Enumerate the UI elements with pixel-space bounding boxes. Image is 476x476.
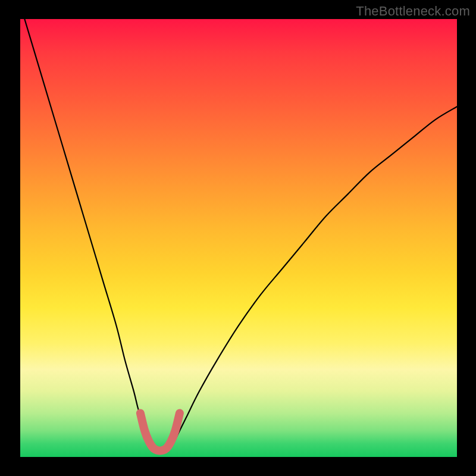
plot-area: [20, 19, 457, 457]
chart-frame: TheBottleneck.com: [0, 0, 476, 476]
watermark-text: TheBottleneck.com: [356, 4, 470, 19]
bottleneck-curve: [20, 19, 457, 457]
